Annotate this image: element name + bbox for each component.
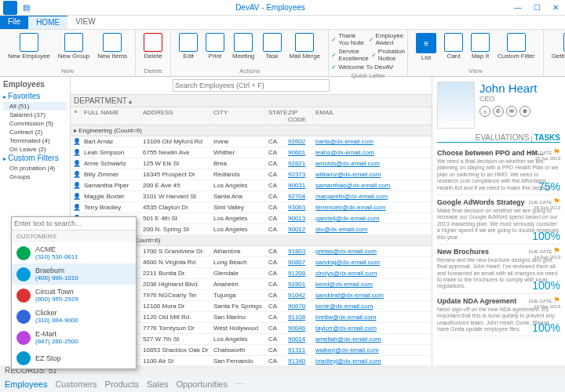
- new-group-button[interactable]: New Group: [55, 31, 93, 61]
- col-city[interactable]: CITY: [211, 107, 266, 125]
- task-card[interactable]: DUE DATE ⚑28 Feb 2013Google AdWords Stra…: [437, 195, 560, 245]
- favorites-header[interactable]: ▸ Favorites: [3, 92, 67, 100]
- nav-opportunities[interactable]: Opportunities: [177, 379, 228, 389]
- mail-merge-button[interactable]: Mail Merge: [286, 31, 324, 61]
- popup-header: CUSTOMERS: [12, 230, 136, 242]
- person-icon: 👤: [71, 147, 82, 158]
- table-row[interactable]: 👤Arnie Schwartz125 W Elk StBreaCA92821ar…: [71, 158, 432, 169]
- nav-customers[interactable]: Customers: [55, 379, 97, 389]
- nav-sales[interactable]: Sales: [147, 379, 169, 389]
- flag-icon: ⚑: [553, 296, 560, 304]
- person-icon: 👤: [71, 202, 82, 212]
- close-icon[interactable]: ✕: [546, 3, 565, 12]
- table-row[interactable]: 👤Billy Zimmer16345 Prospect DrRedlandsCA…: [71, 169, 432, 180]
- view-card-button[interactable]: Card: [441, 31, 466, 63]
- person-icon: 👤: [71, 158, 82, 169]
- customer-row[interactable]: Clicker(310) 884-9000: [12, 306, 136, 327]
- customer-logo-icon: [16, 267, 31, 281]
- customer-popup: CUSTOMERS ACME(310) 536-0611Braeburn(408…: [11, 216, 137, 369]
- ql-award[interactable]: Employee Award: [369, 32, 405, 46]
- nav-employees[interactable]: Employees: [5, 379, 47, 389]
- sidebar-title: Employees: [3, 80, 67, 89]
- customer-logo-icon: [16, 310, 31, 324]
- flag-icon: ⚑: [553, 197, 560, 205]
- col-name[interactable]: FULL NAME: [82, 107, 140, 125]
- customer-logo-icon: [16, 351, 31, 365]
- group-by-dept[interactable]: DEPARTMENT: [74, 96, 127, 105]
- task-card[interactable]: DUE DATE ⚑24 Feb 2013New BrochuresReview…: [437, 245, 560, 294]
- sidebar-item-groups[interactable]: Groups: [3, 172, 67, 181]
- col-addr[interactable]: ADDRESS: [140, 107, 211, 125]
- sidebar-item[interactable]: Commission (5): [3, 119, 67, 128]
- meeting-button[interactable]: Meeting: [229, 31, 257, 61]
- group-header[interactable]: ▸ Engineering (Count=9): [71, 125, 432, 136]
- customer-row[interactable]: Circuit Town(800) 955-2929: [12, 285, 136, 306]
- tab-view[interactable]: VIEW: [67, 16, 104, 29]
- customer-logo-icon: [16, 246, 31, 260]
- nav-more[interactable]: ⋯: [235, 379, 244, 390]
- flag-icon: ⚑: [553, 246, 560, 255]
- getting-started-button[interactable]: Getting Started: [549, 31, 565, 61]
- customer-logo-icon: [16, 289, 31, 303]
- person-icon: 👤: [71, 180, 82, 191]
- task-button[interactable]: Task: [260, 31, 285, 61]
- tab-evaluations[interactable]: EVALUATIONS: [476, 133, 530, 142]
- table-row[interactable]: 👤Samantha Piper200 E Ave 45Los AngelesCA…: [71, 180, 432, 191]
- mail-icon[interactable]: ✉: [506, 106, 517, 117]
- customer-row[interactable]: Braeburn(408) 996-1010: [12, 263, 136, 285]
- profile-title: CEO: [479, 95, 537, 103]
- edit-button[interactable]: Edit: [176, 31, 201, 61]
- ql-service[interactable]: Service Excellence: [331, 48, 369, 62]
- view-list-button[interactable]: ≡List: [413, 31, 439, 63]
- table-row[interactable]: 👤Terry Bradley4535 Clayton DrSimi Valley…: [71, 202, 432, 213]
- sidebar-item[interactable]: Terminated (4): [3, 136, 67, 145]
- ql-welcome[interactable]: Welcome To DevAV: [331, 64, 393, 71]
- customer-row[interactable]: E-Mart(847) 286-2500: [12, 327, 136, 348]
- meet-icon[interactable]: ⊕: [519, 106, 530, 117]
- col-email[interactable]: EMAIL: [313, 107, 432, 125]
- ql-probation[interactable]: Probation Notice: [371, 48, 405, 62]
- search-input[interactable]: [173, 79, 330, 92]
- window-title: DevAV - Employees: [32, 3, 508, 12]
- col-icon[interactable]: ⚬: [71, 107, 82, 125]
- sidebar-item[interactable]: On Leave (2): [3, 145, 67, 154]
- ql-thank-you[interactable]: Thank You Note: [331, 32, 366, 46]
- app-icon: [3, 1, 17, 15]
- map-it-button[interactable]: Map It: [468, 31, 493, 63]
- sidebar-item[interactable]: Contract (2): [3, 128, 67, 136]
- popup-search-input[interactable]: [12, 217, 136, 230]
- sidebar-item[interactable]: Salaried (37): [3, 111, 67, 119]
- flag-icon: ⚑: [553, 147, 560, 156]
- customer-row[interactable]: ACME(310) 536-0611: [12, 242, 136, 263]
- col-zip[interactable]: ZIP CODE: [286, 107, 313, 125]
- custom-filters-header[interactable]: ▸ Custom Filters: [3, 154, 67, 162]
- maximize-icon[interactable]: ☐: [527, 3, 546, 12]
- minimize-icon[interactable]: —: [508, 3, 527, 12]
- table-row[interactable]: 👤Bart Arnaz13109 Old Myford RdIrvineCA92…: [71, 136, 432, 147]
- tab-file[interactable]: File: [0, 16, 28, 29]
- task-card[interactable]: DUE DATE ⚑16 Mar 2013Update NDA Agreemen…: [437, 294, 560, 337]
- delete-button[interactable]: Delete: [140, 31, 166, 61]
- table-row[interactable]: 👤Leah Simpson6755 Newlin AveWhittierCA90…: [71, 147, 432, 158]
- sidebar-item[interactable]: All (51): [3, 102, 67, 111]
- col-state[interactable]: STATE: [266, 107, 286, 125]
- table-row[interactable]: 👤Maggie Boxter3101 W Harvard StSanta Ana…: [71, 191, 432, 202]
- qat-new-icon[interactable]: ▤: [23, 3, 30, 12]
- person-icon: 👤: [71, 169, 82, 180]
- tab-home[interactable]: HOME: [28, 16, 67, 29]
- custom-filter-button[interactable]: Custom Filter: [494, 31, 538, 63]
- task-card[interactable]: DUE DATE ⚑15 Apr 2013Choose between PPO …: [437, 146, 560, 195]
- customer-row[interactable]: EZ Stop: [12, 348, 136, 368]
- profile-name: John Heart: [479, 82, 537, 95]
- new-employee-button[interactable]: New Employee: [5, 31, 53, 61]
- tab-tasks[interactable]: TASKS: [534, 133, 560, 142]
- sidebar-item-probation[interactable]: On probation (4): [3, 164, 67, 172]
- new-items-button[interactable]: New Items: [94, 31, 130, 61]
- home-icon[interactable]: ⌂: [479, 106, 490, 117]
- print-button[interactable]: Print: [202, 31, 228, 61]
- person-icon: 👤: [71, 136, 82, 147]
- nav-products[interactable]: Products: [105, 379, 139, 389]
- avatar: [437, 82, 475, 129]
- phone-icon[interactable]: ✆: [493, 106, 504, 117]
- person-icon: 👤: [71, 191, 82, 201]
